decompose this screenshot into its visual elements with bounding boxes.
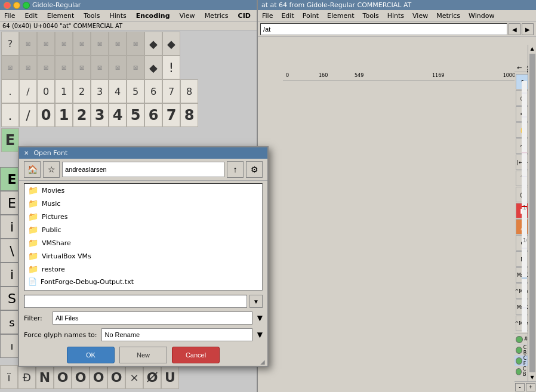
glyph-cell-6[interactable]: ⊠ — [109, 32, 127, 55]
file-item-virtualbox[interactable]: 📁 VirtualBox VMs — [24, 249, 262, 263]
glyph-Eth[interactable]: Ð — [18, 365, 36, 389]
close-btn[interactable] — [4, 2, 11, 9]
glyph-cell-0l[interactable]: 0 — [37, 103, 55, 127]
address-prev-btn[interactable]: ◀ — [509, 23, 520, 35]
new-button[interactable]: New — [119, 347, 167, 363]
glyph-cell-r2-4[interactable]: ⊠ — [55, 55, 73, 79]
layer-fore-eye[interactable] — [516, 357, 522, 365]
glyph-cell-3[interactable]: ⊠ — [55, 32, 73, 55]
editor-menu-view[interactable]: View — [411, 11, 430, 20]
editor-menu-element[interactable]: Element — [325, 11, 356, 20]
glyph-cell-3s[interactable]: 3 — [91, 79, 109, 103]
glyph-cell-1[interactable]: ⊠ — [19, 32, 37, 55]
menu-edit[interactable]: Edit — [23, 11, 39, 20]
glyph-N[interactable]: N — [36, 365, 54, 389]
glyph-cell-slash2[interactable]: / — [19, 103, 37, 127]
glyph-cell-5l[interactable]: 5 — [127, 103, 144, 127]
file-item-public[interactable]: 📁 Public — [24, 223, 262, 236]
glyph-cell-r2-7[interactable]: ⊠ — [109, 55, 127, 79]
glyph-cell-5s[interactable]: 5 — [127, 79, 144, 103]
editor-menu-hints[interactable]: Hints — [386, 11, 406, 20]
menu-hints[interactable]: Hints — [107, 11, 128, 20]
editor-menu-file[interactable]: File — [260, 11, 275, 20]
layer-back2-eye[interactable] — [516, 368, 522, 375]
file-item-vmshare[interactable]: 📁 VMShare — [24, 236, 262, 249]
glyph-cell-slash1[interactable]: / — [19, 79, 37, 103]
file-item-movies[interactable]: 📁 Movies — [24, 184, 262, 197]
glyph-cell-5[interactable]: ⊠ — [91, 32, 109, 55]
max-btn[interactable] — [23, 2, 30, 9]
address-next-btn[interactable]: ▶ — [522, 23, 534, 35]
glyph-cell-7l[interactable]: 7 — [162, 103, 180, 127]
editor-scroll-thumb[interactable] — [529, 54, 535, 372]
glyph-cell-r2-2[interactable]: ⊠ — [19, 55, 37, 79]
glyph-O3[interactable]: O — [90, 365, 107, 389]
glyph-idiaeresis[interactable]: ï — [0, 365, 18, 389]
glyph-cell-period2[interactable]: . — [1, 103, 19, 127]
glyph-cell-6l[interactable]: 6 — [144, 103, 162, 127]
glyph-cell-r2-5[interactable]: ⊠ — [73, 55, 91, 79]
glyph-cell-2[interactable]: ⊠ — [37, 32, 55, 55]
resize-handle[interactable]: ◢ — [260, 359, 267, 366]
glyph-cell-diamond2[interactable]: ◆ — [162, 32, 180, 55]
file-item-music[interactable]: 📁 Music — [24, 197, 262, 210]
glyph-cell-4s[interactable]: 4 — [109, 79, 127, 103]
glyph-cell-1s[interactable]: 1 — [55, 79, 73, 103]
glyph-cell-r2-8[interactable]: ⊠ — [127, 55, 144, 79]
nav-bookmark-btn[interactable]: ☆ — [43, 161, 60, 178]
glyph-cell-7s[interactable]: 7 — [162, 79, 180, 103]
glyph-cell-0s[interactable]: 0 — [37, 79, 55, 103]
glyph-cell-exclaim[interactable]: ! — [162, 55, 180, 79]
glyph-cell-8s[interactable]: 8 — [180, 79, 198, 103]
glyph-cell-r2-3[interactable]: ⊠ — [37, 55, 55, 79]
layer-back-eye[interactable] — [516, 347, 522, 354]
editor-scroll-down[interactable]: ▼ — [529, 374, 535, 381]
glyph-cell-3l[interactable]: 3 — [91, 103, 109, 127]
menu-encoding[interactable]: Encoding — [134, 11, 172, 20]
glyph-times[interactable]: × — [125, 365, 143, 389]
glyph-O4[interactable]: O — [107, 365, 125, 389]
glyph-O2[interactable]: O — [72, 365, 90, 389]
editor-menu-metrics[interactable]: Metrics — [435, 11, 462, 20]
glyph-cell-2s[interactable]: 2 — [73, 79, 91, 103]
file-item-pictures[interactable]: 📁 Pictures — [24, 210, 262, 223]
glyph-cell-period1[interactable]: . — [1, 79, 19, 103]
ok-button[interactable]: OK — [67, 347, 115, 363]
glyph-cell-r2-6[interactable]: ⊠ — [91, 55, 109, 79]
glyph-cell-diamond1[interactable]: ◆ — [144, 32, 162, 55]
editor-menu-edit[interactable]: Edit — [279, 11, 295, 20]
editor-menu-point[interactable]: Point — [301, 11, 321, 20]
editor-menu-window[interactable]: Window — [467, 11, 496, 20]
menu-tools[interactable]: Tools — [82, 11, 101, 20]
menu-metrics[interactable]: Metrics — [203, 11, 230, 20]
glyph-cell-r2-1[interactable]: ⊠ — [1, 55, 19, 79]
layer-guide-eye[interactable] — [516, 336, 523, 343]
glyph-cell-E[interactable]: E — [1, 128, 19, 152]
min-btn[interactable] — [13, 2, 20, 9]
menu-cid[interactable]: CID — [236, 11, 252, 20]
menu-view[interactable]: View — [178, 11, 197, 20]
menu-file[interactable]: File — [2, 11, 17, 20]
glyph-cell-question[interactable]: ? — [1, 32, 19, 55]
editor-scroll-up[interactable]: ▲ — [529, 45, 535, 53]
glyph-cell-r2-diamond[interactable]: ◆ — [144, 55, 162, 79]
glyph-cell-4[interactable]: ⊠ — [73, 32, 91, 55]
editor-menu-tools[interactable]: Tools — [361, 11, 381, 20]
glyph-cell-4l[interactable]: 4 — [109, 103, 127, 127]
dialog-close-icon[interactable]: ✕ — [24, 150, 29, 156]
rename-select[interactable]: No Rename — [101, 328, 252, 341]
path-dropdown[interactable]: andreaslarsen — [62, 162, 224, 177]
layer-del-btn[interactable]: - — [515, 383, 525, 391]
glyph-cell-8l[interactable]: 8 — [180, 103, 198, 127]
nav-settings-btn[interactable]: ⚙ — [246, 161, 263, 178]
filename-input[interactable] — [24, 295, 247, 308]
file-item-fontforge-debug[interactable]: 📄 FontForge-Debug-Output.txt — [24, 276, 262, 288]
file-list[interactable]: 📁 Movies 📁 Music 📁 Pictures 📁 Public 📁 V… — [24, 183, 263, 291]
glyph-cell-2l[interactable]: 2 — [73, 103, 91, 127]
address-input[interactable] — [260, 23, 507, 35]
glyph-U[interactable]: U — [161, 365, 179, 389]
nav-home-btn[interactable]: 🏠 — [24, 161, 41, 178]
glyph-cell-6s[interactable]: 6 — [144, 79, 162, 103]
menu-element[interactable]: Element — [45, 11, 76, 20]
glyph-O1[interactable]: O — [54, 365, 72, 389]
